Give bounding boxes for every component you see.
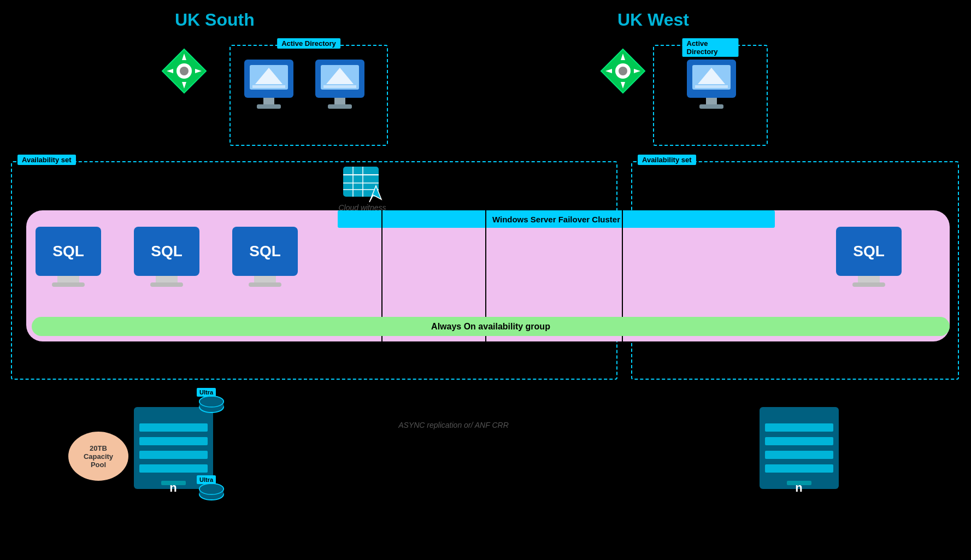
ultra-badge-bottom: Ultra bbox=[197, 475, 216, 484]
anf-south: 20TB Capacity Pool n bbox=[134, 399, 224, 497]
avail-label-south: Availability set bbox=[17, 155, 76, 165]
monitor-base-1 bbox=[52, 282, 85, 287]
uk-west-title: UK West bbox=[617, 10, 689, 30]
sql-box-2: SQL bbox=[134, 227, 199, 276]
sql-box-4: SQL bbox=[836, 227, 902, 276]
svg-point-2 bbox=[180, 67, 189, 75]
svg-rect-54 bbox=[760, 407, 839, 489]
traffic-manager-west bbox=[600, 48, 646, 97]
sql-node-1: SQL bbox=[36, 227, 101, 287]
sql-node-4: SQL bbox=[836, 227, 902, 287]
always-on-bar: Always On availability group bbox=[32, 317, 950, 336]
sql-node-3: SQL bbox=[232, 227, 298, 287]
svg-rect-57 bbox=[765, 451, 833, 459]
sql-box-3: SQL bbox=[232, 227, 298, 276]
traffic-manager-south bbox=[161, 48, 208, 97]
capacity-pool-label: 20TB Capacity Pool bbox=[68, 432, 128, 481]
ultra-badge-top: Ultra bbox=[197, 388, 216, 397]
server-vm-south-1 bbox=[242, 57, 296, 119]
svg-text:n: n bbox=[795, 481, 802, 494]
uk-south-title: UK South bbox=[175, 10, 255, 30]
svg-rect-31 bbox=[699, 104, 723, 109]
svg-rect-18 bbox=[263, 98, 274, 104]
monitor-stand-1 bbox=[57, 276, 79, 282]
svg-point-9 bbox=[619, 67, 627, 75]
monitor-base-2 bbox=[150, 282, 183, 287]
monitor-stand-3 bbox=[254, 276, 276, 282]
svg-point-49 bbox=[199, 396, 223, 407]
ad-label-west: Active Directory bbox=[682, 38, 739, 57]
svg-rect-42 bbox=[139, 451, 208, 459]
sql-node-2: SQL bbox=[134, 227, 199, 287]
cloud-witness-container: Cloud witness bbox=[338, 161, 387, 212]
diagram: UK South UK West Active Directory bbox=[0, 0, 971, 560]
monitor-stand-4 bbox=[858, 276, 880, 282]
wsfc-bar: Windows Server Failover Cluster bbox=[338, 210, 775, 228]
anf-box-west: n bbox=[760, 399, 850, 497]
svg-rect-23 bbox=[323, 85, 356, 88]
svg-rect-43 bbox=[139, 464, 208, 473]
ultra-disk-bottom: Ultra bbox=[197, 478, 227, 510]
ultra-disk-top: Ultra bbox=[197, 391, 227, 423]
sql-box-1: SQL bbox=[36, 227, 101, 276]
svg-rect-29 bbox=[695, 85, 728, 88]
svg-rect-41 bbox=[139, 437, 208, 445]
ad-box-south: Active Directory bbox=[229, 45, 388, 146]
anf-west: n bbox=[760, 399, 850, 497]
svg-rect-25 bbox=[328, 104, 352, 109]
svg-rect-56 bbox=[765, 437, 833, 445]
monitor-base-4 bbox=[852, 282, 885, 287]
svg-rect-19 bbox=[257, 104, 281, 109]
monitor-base-3 bbox=[249, 282, 281, 287]
ad-label-south: Active Directory bbox=[277, 38, 340, 49]
svg-rect-58 bbox=[765, 464, 833, 473]
async-replication-bottom: ASYNC replication or/ ANF CRR bbox=[393, 421, 514, 429]
svg-rect-17 bbox=[252, 85, 285, 88]
svg-rect-40 bbox=[139, 423, 208, 432]
svg-rect-30 bbox=[706, 98, 717, 104]
svg-rect-55 bbox=[765, 423, 833, 432]
avail-label-west: Availability set bbox=[638, 155, 696, 165]
ad-box-west: Active Directory bbox=[653, 45, 768, 146]
server-vm-west-1 bbox=[684, 57, 739, 119]
svg-rect-24 bbox=[334, 98, 345, 104]
svg-text:n: n bbox=[169, 481, 176, 494]
server-vm-south-2 bbox=[313, 57, 367, 119]
monitor-stand-2 bbox=[156, 276, 178, 282]
svg-point-53 bbox=[199, 484, 223, 494]
